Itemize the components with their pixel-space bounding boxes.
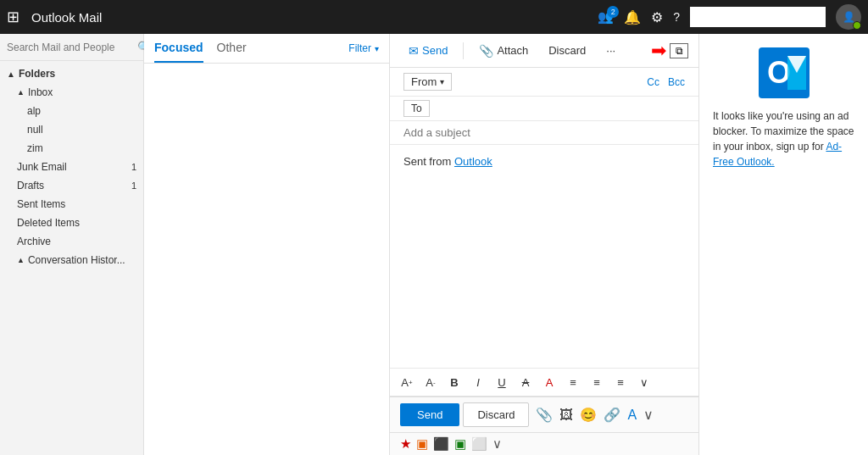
folder-section: ▲ Folders ▲ Inbox alp null zim Junk Emai… <box>0 61 143 273</box>
sidebar-item-sent[interactable]: Sent Items <box>0 195 143 214</box>
send-icon: ✉ <box>409 44 419 58</box>
sent-label: Sent Items <box>17 198 65 210</box>
sidebar-item-deleted[interactable]: Deleted Items <box>0 214 143 232</box>
bell-icon[interactable]: 🔔 <box>624 9 641 25</box>
drafts-label: Drafts <box>17 180 44 191</box>
topbar-search-input[interactable] <box>690 7 826 27</box>
more-bottom-icon[interactable]: ∨ <box>643 407 654 423</box>
inbox-label: Inbox <box>28 86 53 98</box>
extra-icon-4[interactable]: ▣ <box>454 436 466 452</box>
expand-button[interactable]: ⧉ <box>670 43 688 58</box>
format-indent-button[interactable]: ≡ <box>610 372 631 392</box>
to-input[interactable] <box>437 103 685 115</box>
cc-label[interactable]: Cc <box>647 76 659 88</box>
image-icon[interactable]: 🖼 <box>559 408 573 423</box>
help-icon[interactable]: ? <box>673 10 680 24</box>
expand-area: ➡ ⧉ <box>651 40 688 62</box>
format-toolbar: A+ A- B I U A A ≡ ≡ ≡ ∨ <box>390 369 698 397</box>
extra-more-icon[interactable]: ∨ <box>492 436 502 452</box>
expand-icon: ⧉ <box>676 45 683 57</box>
format-font-color-button[interactable]: A <box>539 372 559 392</box>
extra-icon-3[interactable]: ⬛ <box>433 436 449 452</box>
from-label: From <box>411 75 437 88</box>
people-badge: 2 <box>607 6 619 18</box>
toolbar-more-button[interactable]: ··· <box>598 41 624 60</box>
compose-toolbar: ✉ Send 📎 Attach Discard ··· ➡ ⧉ <box>390 34 698 68</box>
sidebar-item-archive[interactable]: Archive <box>0 232 143 251</box>
format-italic-button[interactable]: I <box>468 372 488 392</box>
body-link[interactable]: Outlook <box>454 155 492 168</box>
bcc-label[interactable]: Bcc <box>668 76 685 88</box>
discard-button[interactable]: Discard <box>463 402 529 427</box>
link-icon[interactable]: 🔗 <box>604 407 620 423</box>
compose-from-row: From ▾ Cc Bcc <box>390 68 698 97</box>
folders-header[interactable]: ▲ Folders <box>0 64 143 83</box>
attachment-icon[interactable]: 📎 <box>536 407 553 423</box>
people-icon[interactable]: 👥 2 <box>598 9 614 25</box>
ad-panel: O It looks like you're using an ad block… <box>698 34 868 455</box>
attach-icon: 📎 <box>479 44 493 58</box>
format-underline-button[interactable]: U <box>492 372 512 392</box>
sidebar-item-conversation[interactable]: ▲ Conversation Histor... <box>0 251 143 269</box>
ad-description: It looks like you're using an ad blocker… <box>713 108 854 169</box>
junk-badge: 1 <box>123 162 136 172</box>
extra-icon-5[interactable]: ⬜ <box>471 436 487 452</box>
inbox-collapse-icon: ▲ <box>17 88 25 97</box>
sidebar-item-drafts[interactable]: Drafts 1 <box>0 176 143 195</box>
bottom-icons: 📎 🖼 😊 🔗 A ∨ <box>536 407 654 423</box>
gear-icon[interactable]: ⚙ <box>651 9 663 25</box>
avatar[interactable]: 👤 <box>836 4 861 30</box>
format-bold-button[interactable]: B <box>444 372 465 392</box>
from-button[interactable]: From ▾ <box>403 73 452 91</box>
topbar-icons: 👥 2 🔔 ⚙ ? 👤 <box>598 4 861 30</box>
format-more-button[interactable]: ∨ <box>634 372 654 392</box>
toolbar-attach-button[interactable]: 📎 Attach <box>470 41 537 61</box>
compose-to-row: To <box>390 97 698 121</box>
compose-subject-row[interactable] <box>390 121 698 145</box>
deleted-label: Deleted Items <box>17 217 80 229</box>
sidebar-item-alp[interactable]: alp <box>0 102 143 120</box>
drafts-badge: 1 <box>123 180 136 191</box>
online-badge <box>853 21 861 30</box>
format-numbering-button[interactable]: ≡ <box>587 372 607 392</box>
format-decrease-font-button[interactable]: A- <box>420 372 441 392</box>
folders-label: Folders <box>19 68 55 80</box>
more-icon: ··· <box>606 44 615 57</box>
archive-label: Archive <box>17 236 51 247</box>
toolbar-send-button[interactable]: ✉ Send <box>400 41 456 61</box>
bottom-toolbar: Send Discard 📎 🖼 😊 🔗 A ∨ <box>390 397 698 432</box>
format-bullets-button[interactable]: ≡ <box>563 372 583 392</box>
format-increase-font-button[interactable]: A+ <box>397 372 417 392</box>
app-title: Outlook Mail <box>31 10 591 25</box>
signature-icon[interactable]: A <box>627 408 637 423</box>
send-button[interactable]: Send <box>400 403 459 426</box>
red-arrow-icon: ➡ <box>651 40 666 62</box>
extra-icon-1[interactable]: ★ <box>400 436 411 452</box>
sidebar-search-bar[interactable]: 🔍 <box>0 34 143 61</box>
sidebar-search-input[interactable] <box>7 42 134 53</box>
compose-body-area: Sent from Outlook A+ A- B I U A A ≡ ≡ ≡ … <box>390 145 698 455</box>
extra-icon-2[interactable]: ▣ <box>416 436 428 452</box>
sidebar-item-zim[interactable]: zim <box>0 139 143 158</box>
compose-area: ✉ Send 📎 Attach Discard ··· ➡ ⧉ <box>390 34 698 455</box>
main-layout: 🔍 ▲ Folders ▲ Inbox alp null zim Junk Em… <box>0 34 868 455</box>
sidebar-item-junk[interactable]: Junk Email 1 <box>0 158 143 176</box>
toolbar-discard-button[interactable]: Discard <box>540 41 594 60</box>
outlook-logo-svg: O <box>759 47 810 98</box>
tab-other[interactable]: Other <box>217 41 247 63</box>
compose-form: From ▾ Cc Bcc To <box>390 68 698 455</box>
sidebar-item-inbox[interactable]: ▲ Inbox <box>0 83 143 102</box>
sidebar-item-null[interactable]: null <box>0 120 143 139</box>
emoji-icon[interactable]: 😊 <box>580 407 597 423</box>
tab-focused[interactable]: Focused <box>154 41 203 63</box>
format-strikethrough-button[interactable]: A <box>515 372 536 392</box>
to-button[interactable]: To <box>403 100 430 117</box>
conversation-collapse-icon: ▲ <box>17 256 25 264</box>
waffle-icon[interactable]: ⊞ <box>7 8 19 26</box>
topbar: ⊞ Outlook Mail 👥 2 🔔 ⚙ ? 👤 <box>0 0 868 34</box>
extra-toolbar: ★ ▣ ⬛ ▣ ⬜ ∨ <box>390 432 698 455</box>
conversation-label: Conversation Histor... <box>28 254 125 266</box>
subject-input[interactable] <box>403 126 685 139</box>
filter-button[interactable]: Filter ▾ <box>348 42 379 61</box>
compose-body[interactable]: Sent from Outlook <box>390 145 698 369</box>
